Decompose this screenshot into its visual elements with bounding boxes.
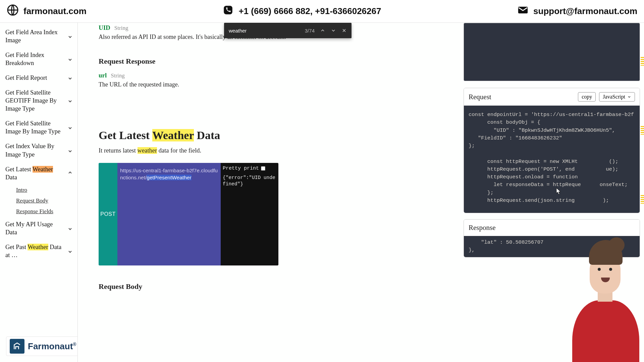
response-body: {"error":"UID undefined"}: [221, 175, 278, 188]
sidebar-item-label: Get Field Report: [5, 74, 67, 82]
svg-rect-1: [224, 6, 233, 14]
request-url[interactable]: https://us-central1-farmbase-b2f7e.cloud…: [117, 163, 221, 265]
brand-name: Farmonaut®: [28, 341, 76, 352]
request-code[interactable]: const endpointUrl = 'https://us-central1…: [464, 106, 640, 213]
right-column: Request copy JavaScript const endpointUr…: [464, 23, 644, 362]
response-preview: Pretty print {"error":"UID undefined"}: [221, 163, 278, 265]
site-link[interactable]: farmonaut.com: [23, 6, 87, 16]
request-card: Request copy JavaScript const endpointUr…: [464, 88, 640, 213]
sidebar: Get Field Area Index Image Get Field Ind…: [0, 23, 78, 362]
brand-logo-icon: [10, 339, 24, 354]
request-card-title: Request: [469, 93, 491, 101]
sidebar-item-satellite-image[interactable]: Get Field Satellite Image By Image Type: [0, 116, 77, 139]
chevron-down-icon: [67, 56, 73, 62]
sidebar-item-index-value[interactable]: Get Index Value By Image Type: [0, 139, 77, 162]
previous-code-block: [464, 23, 640, 81]
chevron-up-icon: [67, 171, 73, 176]
brand-badge[interactable]: Farmonaut®: [6, 337, 78, 356]
sidebar-item-geotiff-image[interactable]: Get Field Satellite GEOTIFF Image By Ima…: [0, 85, 77, 116]
param-url-desc: The URL of the requested image.: [99, 80, 307, 88]
sidebar-sub-intro[interactable]: Intro: [16, 185, 77, 195]
param-url-type: String: [111, 72, 125, 79]
copy-button[interactable]: copy: [578, 92, 596, 102]
email-link[interactable]: support@farmonaut.com: [533, 6, 637, 16]
phone-icon: [222, 4, 234, 18]
sidebar-item-label: Get Field Index Breakdown: [5, 51, 67, 67]
sidebar-item-past-weather[interactable]: Get Past Weather Data at …: [0, 240, 77, 262]
presenter-avatar: [566, 247, 644, 362]
api-title: Get Latest Weather Data: [99, 129, 453, 142]
param-uid-name: UID: [99, 24, 110, 31]
pretty-print-checkbox[interactable]: [261, 166, 265, 171]
find-query[interactable]: weather: [229, 28, 300, 34]
sidebar-sub-request-body[interactable]: Request Body: [16, 195, 77, 206]
chevron-down-icon: [67, 248, 73, 254]
param-url-name: url: [99, 72, 107, 79]
sidebar-item-field-index-breakdown[interactable]: Get Field Index Breakdown: [0, 48, 77, 70]
language-select[interactable]: JavaScript: [599, 92, 635, 102]
sidebar-item-label: Get Past Weather Data at …: [5, 243, 67, 259]
mouse-cursor-icon: [556, 188, 561, 195]
sidebar-item-field-area-index-image[interactable]: Get Field Area Index Image: [0, 25, 77, 48]
phone-text[interactable]: +1 (669) 6666 882, +91-6366026267: [238, 6, 381, 16]
chevron-down-icon: [67, 98, 73, 103]
find-next-button[interactable]: [331, 28, 336, 33]
sidebar-item-label: Get Index Value By Image Type: [5, 142, 67, 158]
section-request-body: Request Body: [99, 282, 453, 291]
sidebar-item-label: Get Field Satellite GEOTIFF Image By Ima…: [5, 88, 67, 113]
request-preview: POST https://us-central1-farmbase-b2f7e.…: [99, 163, 278, 265]
chevron-down-icon: [67, 34, 73, 39]
sidebar-sub-response-fields[interactable]: Response Fields: [16, 206, 77, 217]
sidebar-item-label: Get Latest Weather Data: [5, 165, 67, 181]
sidebar-item-latest-weather[interactable]: Get Latest Weather Data: [0, 162, 77, 185]
http-method-badge: POST: [99, 163, 117, 265]
chevron-down-icon: [67, 226, 73, 231]
sidebar-item-label: Get Field Satellite Image By Image Type: [5, 119, 67, 135]
sidebar-item-field-report[interactable]: Get Field Report: [0, 70, 77, 85]
mail-icon: [517, 4, 529, 18]
find-prev-button[interactable]: [320, 28, 325, 33]
sidebar-item-label: Get Field Area Index Image: [5, 28, 67, 44]
find-close-button[interactable]: [341, 28, 347, 33]
find-in-page-bar: weather 3/74: [224, 23, 352, 38]
chevron-down-icon: [67, 75, 73, 80]
response-card-title: Response: [469, 224, 496, 232]
scroll-marker-stripes: [641, 57, 644, 204]
main-content: weather 3/74 UID String Also referred as…: [78, 23, 464, 362]
find-count: 3/74: [305, 28, 315, 34]
section-request-response: Request Response: [99, 57, 453, 66]
chevron-down-icon: [67, 125, 73, 130]
pretty-print-label: Pretty print: [223, 166, 259, 171]
sidebar-item-api-usage[interactable]: Get My API Usage Data: [0, 217, 77, 240]
api-description: It returns latest weather data for the f…: [99, 147, 453, 154]
chevron-down-icon: [67, 148, 73, 153]
sidebar-item-label: Get My API Usage Data: [5, 220, 67, 236]
site-header: farmonaut.com +1 (669) 6666 882, +91-636…: [0, 0, 644, 23]
globe-icon: [7, 4, 19, 18]
param-uid-type: String: [114, 25, 128, 31]
